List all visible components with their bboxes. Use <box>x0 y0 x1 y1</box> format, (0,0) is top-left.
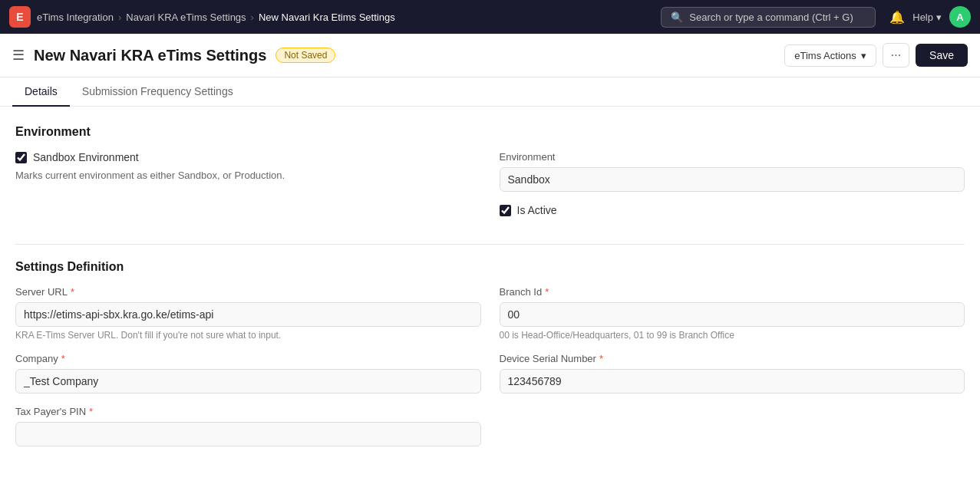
company-input[interactable] <box>15 369 481 394</box>
company-required: * <box>61 353 65 364</box>
is-active-label[interactable]: Is Active <box>517 204 557 216</box>
search-placeholder: Search or type a command (Ctrl + G) <box>689 12 853 23</box>
header-actions: eTims Actions ▾ ··· Save <box>784 43 968 68</box>
sandbox-checkbox[interactable] <box>15 152 27 163</box>
chevron-down-icon: ▾ <box>861 50 866 61</box>
breadcrumb-navari-kra[interactable]: Navari KRA eTims Settings <box>126 12 246 23</box>
environment-label: Environment <box>500 151 965 163</box>
sandbox-label[interactable]: Sandbox Environment <box>33 151 139 163</box>
settings-section: Settings Definition Server URL * KRA E-T… <box>15 260 965 459</box>
sidebar-toggle-icon[interactable]: ☰ <box>12 47 25 64</box>
search-icon: 🔍 <box>671 12 683 23</box>
device-serial-label: Device Serial Number * <box>500 353 965 364</box>
breadcrumb: eTims Integration › Navari KRA eTims Set… <box>37 12 395 23</box>
not-saved-badge: Not Saved <box>276 48 335 63</box>
company-group: Company * <box>15 353 481 394</box>
breadcrumb-sep-1: › <box>118 12 121 23</box>
environment-input[interactable] <box>500 167 965 192</box>
sandbox-hint: Marks current environment as either Sand… <box>15 170 481 181</box>
environment-field-group: Environment <box>500 151 965 192</box>
company-label: Company * <box>15 353 481 364</box>
top-nav-bar: E eTims Integration › Navari KRA eTims S… <box>0 0 980 34</box>
tab-submission-frequency[interactable]: Submission Frequency Settings <box>70 77 246 107</box>
sandbox-checkbox-row: Sandbox Environment <box>15 151 481 163</box>
breadcrumb-etims-integration[interactable]: eTims Integration <box>37 12 114 23</box>
branch-id-label: Branch Id * <box>500 286 965 298</box>
device-serial-group: Device Serial Number * <box>500 353 965 394</box>
taxpayer-pin-group: Tax Payer's PIN * <box>15 406 481 446</box>
chevron-down-icon: ▾ <box>936 12 942 23</box>
taxpayer-pin-input[interactable] <box>15 422 481 446</box>
environment-left: Sandbox Environment Marks current enviro… <box>15 151 481 222</box>
taxpayer-pin-required: * <box>89 406 93 417</box>
breadcrumb-current: New Navari Kra Etims Settings <box>259 12 395 23</box>
section-divider <box>15 244 965 245</box>
server-url-input[interactable] <box>15 302 481 327</box>
settings-section-title: Settings Definition <box>15 260 965 274</box>
server-url-hint: KRA E-Tims Server URL. Don't fill if you… <box>15 330 481 341</box>
tab-details[interactable]: Details <box>12 77 70 107</box>
settings-left: Server URL * KRA E-Tims Server URL. Don'… <box>15 286 481 459</box>
notification-bell-icon[interactable]: 🔔 <box>889 10 905 25</box>
topbar-actions: 🔔 Help ▾ A <box>889 6 971 28</box>
branch-id-hint: 00 is Head-Office/Headquarters, 01 to 99… <box>500 330 965 341</box>
server-url-required: * <box>71 286 74 298</box>
etims-actions-button[interactable]: eTims Actions ▾ <box>784 44 876 67</box>
branch-id-group: Branch Id * 00 is Head-Office/Headquarte… <box>500 286 965 341</box>
environment-section-title: Environment <box>15 125 965 139</box>
branch-id-input[interactable] <box>500 302 965 327</box>
environment-two-col: Sandbox Environment Marks current enviro… <box>15 151 965 222</box>
is-active-checkbox[interactable] <box>500 205 511 216</box>
server-url-group: Server URL * KRA E-Tims Server URL. Don'… <box>15 286 481 341</box>
server-url-label: Server URL * <box>15 286 481 298</box>
environment-right: Environment Is Active <box>500 151 965 222</box>
device-serial-required: * <box>599 353 603 364</box>
taxpayer-pin-label: Tax Payer's PIN * <box>15 406 481 417</box>
search-bar[interactable]: 🔍 Search or type a command (Ctrl + G) <box>661 7 876 28</box>
tabs-bar: Details Submission Frequency Settings <box>0 77 980 107</box>
device-serial-input[interactable] <box>500 369 965 394</box>
settings-right: Branch Id * 00 is Head-Office/Headquarte… <box>500 286 965 459</box>
breadcrumb-sep-2: › <box>251 12 254 23</box>
main-content: Environment Sandbox Environment Marks cu… <box>0 107 980 494</box>
settings-two-col: Server URL * KRA E-Tims Server URL. Don'… <box>15 286 965 459</box>
app-logo[interactable]: E <box>9 6 31 28</box>
save-button[interactable]: Save <box>916 44 968 67</box>
is-active-checkbox-row: Is Active <box>500 204 965 216</box>
branch-id-required: * <box>545 286 549 298</box>
environment-section: Environment Sandbox Environment Marks cu… <box>15 125 965 222</box>
secondary-header: ☰ New Navari KRA eTims Settings Not Save… <box>0 34 980 77</box>
help-button[interactable]: Help ▾ <box>912 12 942 23</box>
page-title: New Navari KRA eTims Settings <box>34 47 266 64</box>
more-options-button[interactable]: ··· <box>883 43 909 68</box>
avatar[interactable]: A <box>949 6 971 28</box>
